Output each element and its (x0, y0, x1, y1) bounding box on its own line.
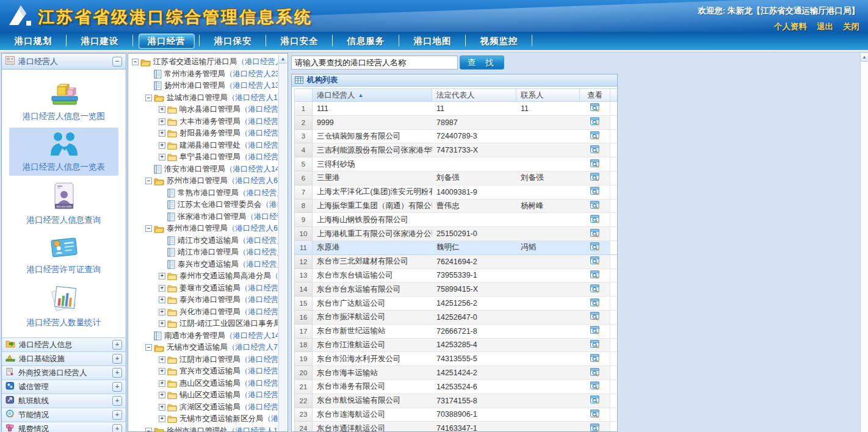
table-row[interactable]: 11111111 (294, 102, 615, 116)
tree-node-21[interactable]: +兴化市港口管理局（港口经营人1） (129, 306, 278, 319)
tree-node-28[interactable]: +锡山区交通运输局（港口经营人1） (129, 389, 278, 401)
view-details-icon[interactable] (590, 395, 600, 406)
table-row[interactable]: 3三仓镇装卸服务有限公司72440789-3 (294, 130, 615, 144)
expand-button[interactable]: + (112, 424, 122, 432)
table-row[interactable]: 16东台市振洋航运公司14252647-0 (294, 311, 615, 325)
view-details-icon[interactable] (590, 103, 600, 113)
view-button[interactable] (580, 408, 610, 422)
sidebar-item-0[interactable]: 港口经营人信息一览图 (9, 77, 118, 125)
collapse-toggle-icon[interactable]: − (145, 225, 152, 232)
tree-node-6[interactable]: +射阳县港务管理局（港口经营人0） (129, 128, 278, 140)
tree-node-5[interactable]: +大丰市港务管理局（港口经营人0） (129, 116, 278, 128)
expand-toggle-icon[interactable]: + (159, 142, 165, 149)
column-header-legal-rep[interactable]: 法定代表人 (432, 88, 516, 102)
view-button[interactable] (580, 422, 610, 432)
expand-toggle-icon[interactable]: + (159, 368, 165, 375)
table-row[interactable]: 10上海港机重工有限公司张家港分公司25150291-0 (294, 227, 615, 241)
tree-node-25[interactable]: +江阴市港口管理局（港口经营人2） (129, 354, 278, 366)
nav-tab-2[interactable]: 港口经营 (133, 32, 200, 50)
view-details-icon[interactable] (590, 187, 600, 197)
expand-toggle-icon[interactable]: + (159, 273, 165, 279)
view-button[interactable] (580, 185, 610, 200)
accordion-row-1[interactable]: 港口基础设施+ (2, 352, 126, 366)
tree-node-14[interactable]: −泰州市港口管理局（港口经营人64） (129, 223, 278, 235)
view-details-icon[interactable] (590, 159, 600, 170)
expand-button[interactable]: + (112, 368, 122, 378)
page-scrollbar[interactable]: ▲ (860, 53, 868, 432)
view-button[interactable] (580, 325, 610, 339)
tree-node-15[interactable]: 靖江市交通运输局（港口经营人0） (129, 235, 278, 247)
table-row[interactable]: 14东台市台东运输有限公司75899415-X (294, 283, 615, 297)
expand-toggle-icon[interactable]: + (159, 309, 165, 315)
expand-toggle-icon[interactable]: + (159, 285, 165, 292)
tree-node-16[interactable]: 靖江市港口管理局（港口经营人26） (129, 247, 278, 259)
expand-button[interactable]: + (112, 382, 122, 392)
accordion-row-0[interactable]: 港口经营人信息+ (2, 338, 126, 352)
tree-node-3[interactable]: −盐城市港口管理局（港口经营人108） (129, 92, 278, 104)
table-row[interactable]: 8上海振华重工集团（南通）有限公司曹伟忠杨树峰 (294, 200, 615, 214)
view-button[interactable] (580, 339, 610, 353)
tree-scrollbar[interactable]: ▲ (278, 54, 287, 431)
table-row[interactable]: 17东台市新世纪运输站72666721-8 (294, 325, 615, 339)
collapse-toggle-icon[interactable]: − (145, 428, 152, 431)
close-link[interactable]: 关闭 (843, 21, 859, 32)
expand-toggle-icon[interactable]: + (159, 106, 165, 113)
tree-node-19[interactable]: +姜堰市交通运输局（港口经营人0） (129, 283, 278, 295)
table-row[interactable]: 21东台市港务有限公司14253524-6 (294, 380, 615, 394)
collapse-toggle-icon[interactable]: − (132, 59, 139, 65)
view-details-icon[interactable] (590, 368, 600, 378)
table-row[interactable]: 6三里港刘备强刘备强 (294, 171, 615, 185)
table-row[interactable]: 22东台市航悦运输有限公司73174155-8 (294, 394, 615, 408)
view-details-icon[interactable] (590, 284, 600, 295)
view-button[interactable] (580, 102, 610, 116)
expand-toggle-icon[interactable]: + (159, 118, 165, 125)
view-details-icon[interactable] (590, 409, 600, 420)
nav-tab-1[interactable]: 港口建设 (67, 32, 133, 50)
tree-node-1[interactable]: 常州市港务管理局（港口经营人239） (129, 68, 278, 81)
view-button[interactable] (580, 255, 610, 269)
view-details-icon[interactable] (590, 354, 600, 364)
tree-node-12[interactable]: 江苏太仓港口管理委员会（港口经营 (129, 199, 278, 211)
view-details-icon[interactable] (590, 229, 600, 239)
sidebar-item-1[interactable]: 港口经营人信息一览表 (9, 128, 118, 176)
tree-node-29[interactable]: +滨湖区交通运输局（港口经营人1） (129, 401, 278, 414)
view-details-icon[interactable] (590, 173, 600, 183)
view-button[interactable] (580, 227, 610, 241)
tree-node-23[interactable]: 南通市港务管理局（港口经营人147） (129, 330, 278, 342)
view-button[interactable] (580, 171, 610, 185)
view-details-icon[interactable] (590, 201, 600, 211)
table-row[interactable]: 2999978987 (294, 116, 615, 130)
tree-node-10[interactable]: −苏州市港口管理局（港口经营人669） (129, 175, 278, 187)
table-row[interactable]: 18东台市江淮航运公司14253285-4 (294, 339, 615, 353)
view-button[interactable] (580, 352, 610, 366)
nav-tab-5[interactable]: 信息服务 (333, 32, 399, 50)
view-details-icon[interactable] (590, 381, 600, 392)
tree-node-9[interactable]: 淮安市港口管理局（港口经营人143） (129, 164, 278, 176)
logout-link[interactable]: 退出 (817, 21, 833, 32)
expand-toggle-icon[interactable]: + (159, 154, 165, 160)
sidebar-item-3[interactable]: 港口经营许可证查询 (9, 231, 118, 278)
sidebar-item-2[interactable]: 800-400-6080港口经营人信息查询 (9, 178, 118, 229)
nav-tab-7[interactable]: 视频监控 (466, 32, 532, 50)
expand-toggle-icon[interactable]: + (159, 356, 165, 363)
view-button[interactable] (580, 143, 610, 157)
nav-tab-6[interactable]: 港口地图 (399, 32, 466, 50)
table-row[interactable]: 7上海太平洋化工(集团)淮安元明粉有...14009381-9 (294, 185, 615, 200)
expand-toggle-icon[interactable]: + (159, 297, 165, 303)
table-row[interactable]: 24东台市通洋航运公司74163347-1 (294, 422, 615, 432)
view-details-icon[interactable] (590, 117, 600, 128)
view-details-icon[interactable] (590, 298, 600, 309)
view-details-icon[interactable] (590, 423, 600, 432)
view-button[interactable] (580, 116, 610, 130)
nav-tab-3[interactable]: 港口保安 (200, 32, 266, 50)
expand-toggle-icon[interactable]: + (159, 416, 165, 422)
tree-node-0[interactable]: −江苏省交通运输厅港口局（港口经营人2007） (129, 56, 278, 68)
sidebar-item-4[interactable]: 港口经营人数量统计 (9, 281, 118, 331)
view-button[interactable] (580, 269, 610, 283)
view-details-icon[interactable] (590, 256, 600, 267)
tree-node-18[interactable]: +泰州市交通运输局高港分局（港口经 (129, 270, 278, 283)
column-header-contact[interactable]: 联系人 (516, 88, 580, 102)
view-button[interactable] (580, 297, 610, 311)
tree-node-26[interactable]: +宜兴市交通运输局（港口经营人2） (129, 365, 278, 378)
view-button[interactable] (580, 157, 610, 171)
